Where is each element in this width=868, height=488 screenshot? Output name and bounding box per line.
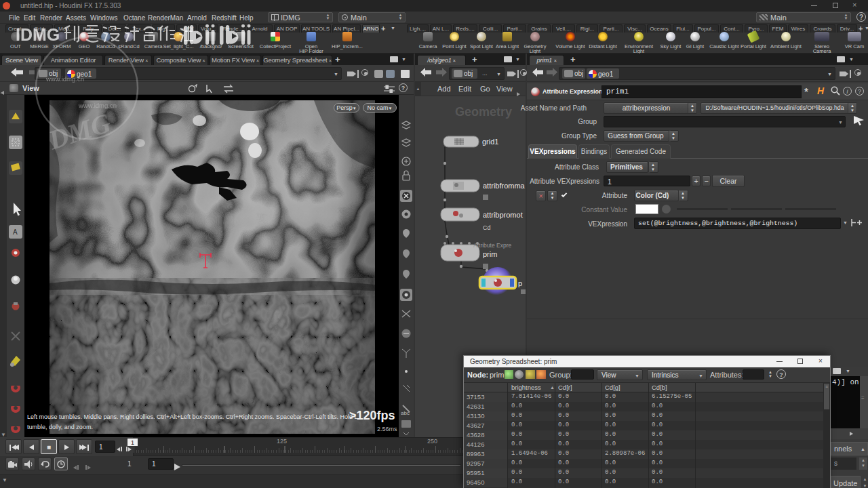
svg-text:abc: abc <box>401 410 410 416</box>
svg-text:A: A <box>13 228 18 236</box>
